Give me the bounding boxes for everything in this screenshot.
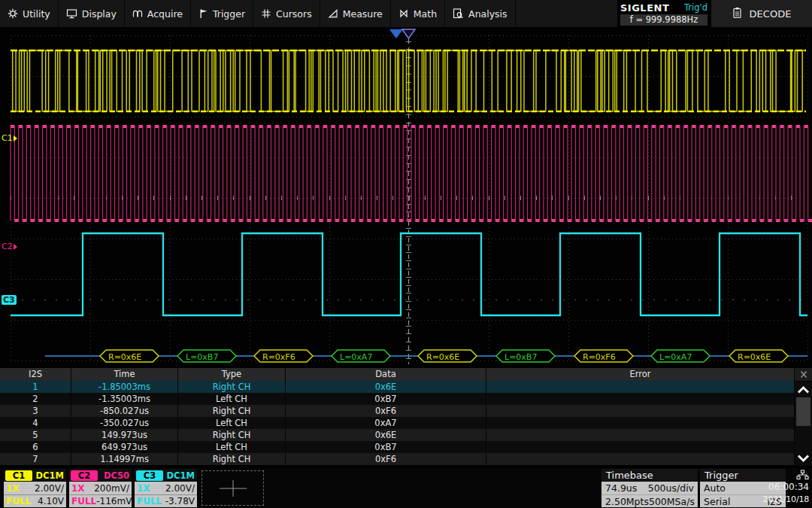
cell-time: -1.85003ms	[71, 381, 178, 393]
table-body: 1-1.85003msRight CH0x6E2-1.35003msLeft C…	[0, 381, 812, 465]
cell-type: Left CH	[178, 393, 286, 405]
column-header-bus: I2S	[0, 368, 71, 381]
menu-item-label: Trigger	[213, 8, 245, 20]
column-header-error: Error	[486, 368, 795, 381]
channel-box-c3[interactable]: C3 DC1M 1X 2.00V/ FULL -3.78V	[135, 469, 197, 507]
scroll-up-button[interactable]	[795, 382, 812, 397]
channel-scale: 2.00V/	[165, 483, 195, 494]
channel-label-c3[interactable]: C3	[2, 295, 17, 305]
clipboard-icon	[732, 7, 742, 21]
trigger-delay-marker[interactable]	[389, 29, 403, 38]
acquisition-status-panel: SIGLENT Trig'd f = 999.9988Hz	[617, 0, 710, 27]
menu-item-measure[interactable]: Measure	[320, 0, 391, 27]
cell-time: 649.973us	[71, 441, 178, 453]
c2-trace	[11, 125, 812, 222]
table-row[interactable]: 5149.973usRight CH0x6E	[0, 429, 812, 441]
gear-icon	[8, 8, 18, 19]
svg-text:R=0x6E: R=0x6E	[738, 352, 771, 362]
timebase-delay: 74.9us	[605, 482, 637, 494]
cell-error	[486, 381, 795, 393]
menu-item-math[interactable]: Math	[391, 0, 445, 27]
acquire-icon	[132, 8, 143, 19]
menu-item-utility[interactable]: Utility	[0, 0, 59, 27]
cell-error	[486, 417, 795, 429]
cell-index: 3	[0, 405, 71, 417]
menu-spacer	[516, 0, 617, 27]
scroll-track[interactable]	[795, 397, 812, 450]
cell-data: 0xA7	[286, 417, 486, 429]
channel-box-c2[interactable]: C2 DC50 1X 200mV/ FULL -116mV	[69, 469, 132, 507]
scroll-thumb[interactable]	[796, 397, 810, 426]
channel-scale: 2.00V/	[35, 483, 64, 494]
channel-label-text: C2	[2, 242, 13, 251]
clock-time: 06:00:34	[762, 481, 809, 494]
table-row[interactable]: 2-1.35003msLeft CH0xB7	[0, 393, 812, 405]
channel-label-c1[interactable]: C1	[2, 133, 17, 143]
channel-coupling: DC50	[104, 470, 130, 481]
siglent-logo: SIGLENT	[620, 2, 669, 14]
waveform-display: R=0x6EL=0xB7R=0xF6L=0xA7R=0x6EL=0xB7R=0x…	[0, 27, 812, 367]
cell-type: Right CH	[178, 429, 286, 441]
crosshair-icon	[218, 479, 248, 498]
table-row[interactable]: 6649.973usLeft CH0xB7	[0, 441, 812, 453]
cell-data: 0xF6	[286, 405, 486, 417]
channel-chip: C3	[136, 470, 163, 481]
decode-menu-button[interactable]: DECODE	[710, 0, 812, 27]
cell-index: 5	[0, 429, 71, 441]
channel-label-text: C3	[2, 295, 17, 305]
cell-index: 4	[0, 417, 71, 429]
column-header-type: Type	[178, 368, 286, 381]
cell-data: 0xB7	[286, 441, 486, 453]
channel-probe: 1X	[71, 483, 85, 494]
math-icon	[398, 8, 409, 19]
menu-item-display[interactable]: Display	[59, 0, 125, 27]
table-row[interactable]: 1-1.85003msRight CH0x6E	[0, 381, 812, 393]
cell-type: Left CH	[178, 441, 286, 453]
menu-item-label: Acquire	[147, 8, 183, 20]
channel-coupling: DC1M	[167, 470, 195, 481]
menu-item-label: Cursors	[276, 8, 312, 20]
table-row[interactable]: 3-850.027usRight CH0xF6	[0, 405, 812, 417]
menu-item-label: Measure	[343, 8, 383, 20]
scroll-down-button[interactable]	[795, 450, 812, 466]
cell-type: Right CH	[178, 453, 286, 465]
timebase-title: Timebase	[601, 469, 698, 482]
channel-level-arrow-icon	[14, 135, 17, 141]
channel-offset: -116mV	[96, 496, 132, 506]
svg-text:R=0xF6: R=0xF6	[583, 352, 616, 362]
channel-box-c1[interactable]: C1 DC1M 1X 2.00V/ FULL 4.10V	[4, 469, 66, 507]
svg-text:R=0x6E: R=0x6E	[426, 352, 459, 362]
menu-item-analysis[interactable]: Analysis	[445, 0, 516, 27]
cell-data: 0x6E	[286, 381, 486, 393]
cell-index: 6	[0, 441, 71, 453]
table-row[interactable]: 71.14997msRight CH0xF6	[0, 453, 812, 465]
column-header-time: Time	[71, 368, 178, 381]
flag-icon	[198, 8, 208, 19]
channel-label-c2[interactable]: C2	[2, 242, 17, 251]
close-table-button[interactable]	[795, 368, 812, 382]
cell-data: 0xB7	[286, 393, 486, 405]
table-row[interactable]: 4-350.027usLeft CH0xA7	[0, 417, 812, 429]
oscilloscope-screen: UtilityDisplayAcquireTriggerCursorsMeasu…	[0, 0, 812, 508]
waveform-plot: R=0x6EL=0xB7R=0xF6L=0xA7R=0x6EL=0xB7R=0x…	[0, 27, 812, 367]
cell-error	[486, 405, 795, 417]
menu-item-trigger[interactable]: Trigger	[191, 0, 253, 27]
trigger-status-badge: Trig'd	[684, 2, 707, 13]
channel-probe: 1X	[6, 483, 20, 494]
trigger-position-marker[interactable]	[402, 29, 415, 38]
cell-index: 2	[0, 393, 71, 405]
channel-offset: 4.10V	[38, 496, 64, 506]
decode-result-box: R=0x6E	[729, 350, 788, 362]
channel-chip: C1	[5, 470, 32, 481]
decode-result-box: L=0xB7	[177, 350, 236, 362]
timebase-scale: 500us/div	[648, 482, 694, 494]
cell-index: 7	[0, 453, 71, 465]
status-bar: C1 DC1M 1X 2.00V/ FULL 4.10V C2 DC50 1X …	[0, 468, 812, 508]
menu-item-cursors[interactable]: Cursors	[253, 0, 320, 27]
cell-type: Right CH	[178, 381, 286, 393]
timebase-panel[interactable]: Timebase 74.9us 500us/div 2.50Mpts 500MS…	[601, 469, 698, 507]
cell-error	[486, 441, 795, 453]
menu-item-acquire[interactable]: Acquire	[125, 0, 191, 27]
cell-time: -1.35003ms	[71, 393, 178, 405]
decode-button-label: DECODE	[750, 8, 792, 20]
